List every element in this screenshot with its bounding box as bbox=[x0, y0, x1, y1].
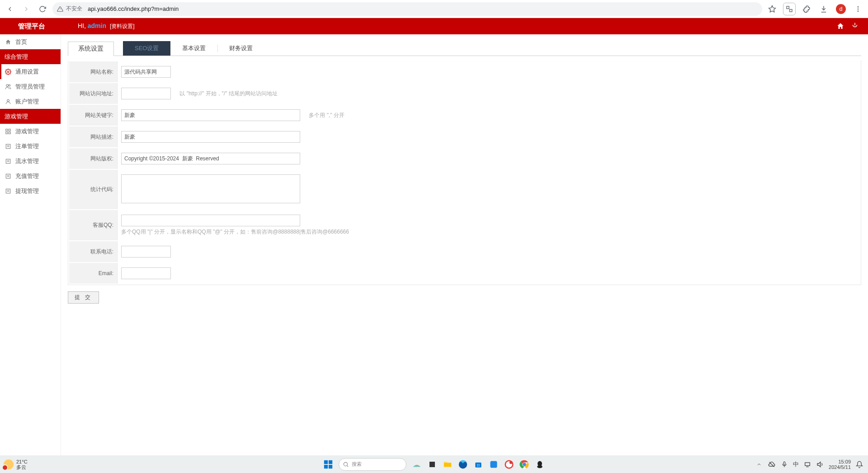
input-keywords[interactable] bbox=[121, 109, 300, 121]
label-email: Email: bbox=[69, 263, 118, 284]
svg-line-34 bbox=[347, 465, 349, 467]
taskbar-app-store[interactable] bbox=[472, 458, 485, 471]
input-site-url[interactable] bbox=[121, 88, 171, 99]
svg-rect-14 bbox=[9, 129, 10, 131]
search-placeholder: 搜索 bbox=[352, 461, 362, 468]
svg-point-10 bbox=[6, 84, 9, 86]
windows-taskbar: 21°C 多云 搜索 中 15:09 2024/5/11 bbox=[0, 455, 868, 473]
tabs-row: 系统设置 SEO设置 基本设置 财务设置 bbox=[68, 41, 861, 56]
clock-time: 15:09 bbox=[829, 459, 851, 464]
taskbar-app[interactable] bbox=[425, 458, 439, 471]
taskbar-search[interactable]: 搜索 bbox=[339, 458, 406, 471]
hint-qq: 多个QQ用 "|" 分开，显示名称和QQ用 "@" 分开，如：售前咨询@8888… bbox=[121, 228, 857, 236]
svg-rect-16 bbox=[9, 132, 10, 134]
svg-rect-15 bbox=[6, 132, 8, 134]
sidebar-item-withdraw[interactable]: 提现管理 bbox=[0, 183, 61, 198]
home-icon[interactable] bbox=[835, 20, 846, 32]
profile-avatar[interactable]: d bbox=[835, 3, 847, 15]
svg-marker-50 bbox=[817, 462, 821, 467]
sidebar-label: 管理员管理 bbox=[15, 83, 45, 91]
logout-icon[interactable] bbox=[849, 20, 861, 32]
taskbar-app-qq[interactable] bbox=[533, 458, 547, 471]
browser-toolbar: 不安全 api.yao666.cc/index.php?m=admin d bbox=[0, 0, 868, 18]
taskbar-app-explorer[interactable] bbox=[441, 458, 454, 471]
home-icon bbox=[5, 38, 12, 46]
gear-icon bbox=[5, 68, 12, 75]
sidebar-section-game: 游戏管理 bbox=[0, 109, 61, 124]
sidebar-label: 充值管理 bbox=[15, 172, 39, 180]
tray-network-icon[interactable] bbox=[803, 460, 811, 468]
input-phone[interactable] bbox=[121, 246, 171, 258]
input-copyright[interactable] bbox=[121, 153, 300, 164]
svg-point-6 bbox=[858, 8, 859, 9]
greeting: HI, admin [资料设置] bbox=[78, 22, 135, 30]
submit-button[interactable]: 提 交 bbox=[68, 291, 99, 304]
label-phone: 联系电话: bbox=[69, 241, 118, 262]
taskbar-app[interactable] bbox=[410, 458, 424, 471]
taskbar-app-edge[interactable] bbox=[456, 458, 470, 471]
sidebar-item-bets[interactable]: 注单管理 bbox=[0, 139, 61, 154]
svg-point-42 bbox=[523, 463, 526, 466]
forward-button[interactable] bbox=[20, 3, 33, 15]
tray-volume-icon[interactable] bbox=[816, 460, 824, 468]
list-icon bbox=[5, 173, 12, 180]
reload-button[interactable] bbox=[36, 3, 49, 15]
taskbar-weather[interactable]: 21°C 多云 bbox=[0, 459, 63, 470]
svg-rect-48 bbox=[805, 463, 810, 466]
sidebar-item-recharge[interactable]: 充值管理 bbox=[0, 169, 61, 183]
grid-icon bbox=[5, 128, 12, 135]
taskbar-app[interactable] bbox=[487, 458, 500, 471]
taskbar-app-chrome[interactable] bbox=[518, 458, 531, 471]
star-icon[interactable] bbox=[766, 3, 778, 15]
textarea-stats[interactable] bbox=[121, 174, 300, 203]
chrome-menu-icon[interactable] bbox=[852, 3, 864, 15]
sidebar-item-games[interactable]: 游戏管理 bbox=[0, 124, 61, 139]
sidebar-section-general: 综合管理 bbox=[0, 49, 61, 64]
svg-point-9 bbox=[7, 71, 9, 73]
svg-point-11 bbox=[9, 84, 10, 86]
tray-clock[interactable]: 15:09 2024/5/11 bbox=[829, 459, 851, 470]
translate-icon[interactable] bbox=[783, 3, 796, 15]
greet-prefix: HI, bbox=[78, 22, 86, 29]
sidebar-label: 游戏管理 bbox=[15, 127, 39, 136]
sidebar-label: 账户管理 bbox=[15, 98, 39, 106]
subtab-finance[interactable]: 财务设置 bbox=[217, 41, 264, 56]
input-qq[interactable] bbox=[121, 215, 300, 226]
sidebar-item-admins[interactable]: 管理员管理 bbox=[0, 79, 61, 94]
settings-form: 网站名称: 网站访问地址: 以 "http://" 开始，"/" 结尾的网站访问… bbox=[68, 61, 861, 285]
subtab-seo[interactable]: SEO设置 bbox=[123, 41, 170, 56]
taskbar-app[interactable] bbox=[502, 458, 516, 471]
svg-point-7 bbox=[858, 10, 859, 12]
tray-cloud-icon[interactable] bbox=[768, 460, 776, 468]
label-qq: 客服QQ: bbox=[69, 210, 118, 240]
input-site-name[interactable] bbox=[121, 66, 171, 78]
sidebar-item-general[interactable]: 通用设置 bbox=[0, 64, 61, 79]
subtab-basic[interactable]: 基本设置 bbox=[170, 41, 217, 56]
back-button[interactable] bbox=[4, 3, 16, 15]
tray-notifications-icon[interactable] bbox=[855, 460, 863, 468]
tray-ime[interactable]: 中 bbox=[793, 460, 799, 468]
sidebar-item-home[interactable]: 首页 bbox=[0, 34, 61, 49]
clock-date: 2024/5/11 bbox=[829, 464, 851, 470]
sidebar-label: 流水管理 bbox=[15, 157, 39, 165]
app-header: 管理平台 HI, admin [资料设置] bbox=[0, 18, 868, 34]
label-site-name: 网站名称: bbox=[69, 61, 118, 82]
svg-point-33 bbox=[344, 462, 347, 466]
url-text: api.yao666.cc/index.php?m=admin bbox=[88, 5, 179, 12]
app-title: 管理平台 bbox=[18, 22, 45, 31]
insecure-label: 不安全 bbox=[66, 5, 82, 13]
tab-system-settings[interactable]: 系统设置 bbox=[68, 42, 114, 56]
input-email[interactable] bbox=[121, 267, 171, 279]
input-desc[interactable] bbox=[121, 131, 300, 143]
download-icon[interactable] bbox=[817, 3, 830, 15]
svg-point-40 bbox=[509, 461, 513, 464]
extensions-icon[interactable] bbox=[800, 3, 813, 15]
svg-rect-38 bbox=[491, 461, 497, 468]
tray-chevron-icon[interactable] bbox=[755, 460, 763, 468]
tray-mic-icon[interactable] bbox=[780, 460, 788, 468]
sidebar-item-flows[interactable]: 流水管理 bbox=[0, 154, 61, 169]
start-button[interactable] bbox=[321, 458, 335, 471]
sidebar-item-accounts[interactable]: 账户管理 bbox=[0, 94, 61, 109]
address-bar[interactable]: 不安全 api.yao666.cc/index.php?m=admin bbox=[52, 2, 762, 16]
hint-site-url: 以 "http://" 开始，"/" 结尾的网站访问地址 bbox=[179, 90, 277, 97]
